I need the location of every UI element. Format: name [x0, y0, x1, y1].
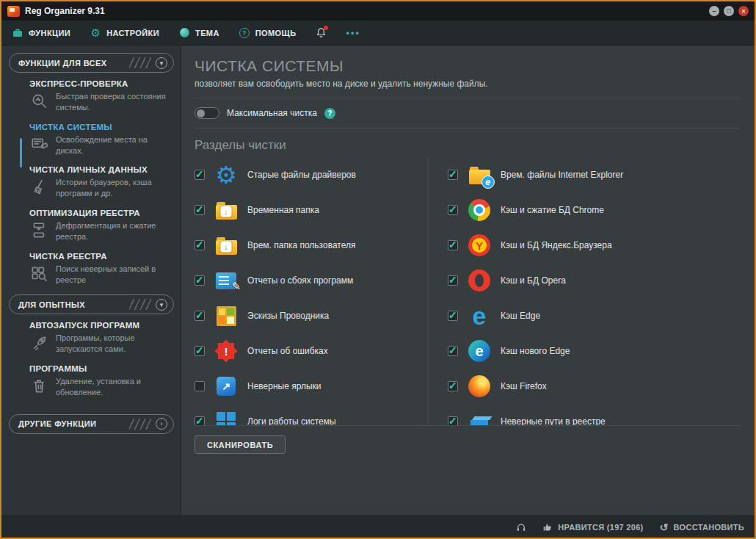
checkbox[interactable]	[448, 205, 458, 215]
cleanup-item-label: Врем. файлы Internet Explorer	[501, 170, 623, 180]
cleanup-column-left: ⚙ Старые файлы драйверов ↓ Временная пап…	[195, 157, 428, 425]
group-for-advanced[interactable]: ДЛЯ ОПЫТНЫХ ▾	[9, 294, 174, 314]
maximize-button[interactable]	[724, 6, 734, 16]
menu-theme[interactable]: ТЕМА	[178, 27, 219, 39]
chevron-down-icon: ▾	[156, 299, 167, 311]
cleanup-item-crash-reports[interactable]: ✎ Отчеты о сбоях программ	[195, 263, 428, 298]
chevron-down-icon: ▾	[156, 57, 167, 69]
main-content: ЧИСТКА СИСТЕМЫ позволяет вам освободить …	[181, 46, 755, 516]
trash-icon	[29, 376, 50, 397]
cleanup-item-edge-cache[interactable]: e Кэш Edge	[448, 298, 741, 333]
cleanup-item-label: Кэш Firefox	[501, 381, 547, 391]
cleanup-item-label: Врем. папка пользователя	[247, 240, 355, 250]
sidebar-item-body: Программы, которые запускаются сами.	[29, 333, 174, 355]
theme-icon	[178, 27, 190, 39]
sidebar-item-body: Освобождение места на дисках.	[29, 134, 174, 156]
like-button[interactable]: НРАВИТСЯ (197 206)	[542, 522, 643, 532]
disk-cleanup-icon	[29, 134, 50, 155]
checkbox[interactable]	[448, 311, 458, 321]
yandex-browser-icon: Y	[465, 231, 493, 259]
temp-folder-icon: ↓	[212, 196, 240, 224]
menu-help[interactable]: ? ПОМОЩЬ	[239, 27, 297, 39]
restore-button[interactable]: ↺ ВОССТАНОВИТЬ	[660, 522, 744, 532]
cleanup-item-temp-folder[interactable]: ↓ Временная папка	[195, 192, 428, 228]
magnifier-icon	[29, 91, 50, 112]
sidebar-item-system-cleanup[interactable]: ЧИСТКА СИСТЕМЫ Освобождение места на дис…	[9, 123, 174, 156]
other-functions-button[interactable]: ДРУГИЕ ФУНКЦИИ ›	[9, 414, 174, 434]
checkbox[interactable]	[195, 240, 205, 250]
checkbox[interactable]	[195, 346, 205, 356]
sidebar-item-autorun[interactable]: АВТОЗАПУСК ПРОГРАММ Программы, которые з…	[9, 321, 174, 355]
max-clean-row: Максимальная чистка ?	[195, 98, 741, 128]
sidebar-item-title: ОПТИМИЗАЦИЯ РЕЕСТРА	[29, 209, 174, 217]
sidebar-item-desc: Освобождение места на дисках.	[56, 134, 166, 156]
checkbox[interactable]	[195, 381, 205, 391]
sidebar-item-title: ПРОГРАММЫ	[29, 364, 174, 373]
minimize-button[interactable]	[709, 6, 719, 16]
max-clean-label: Максимальная чистка	[227, 108, 317, 118]
restore-icon: ↺	[660, 522, 669, 532]
cleanup-item-explorer-thumbnails[interactable]: Эскизы Проводника	[195, 298, 428, 333]
sidebar-item-title: ЧИСТКА РЕЕСТРА	[29, 252, 174, 261]
question-help-icon[interactable]: ?	[324, 108, 335, 119]
sidebar-item-title: ЧИСТКА ЛИЧНЫХ ДАННЫХ	[29, 165, 174, 174]
checkbox[interactable]	[195, 311, 205, 321]
checkbox[interactable]	[448, 416, 458, 426]
checkbox[interactable]	[448, 240, 458, 250]
cleanup-item-new-edge-cache[interactable]: e Кэш нового Edge	[448, 333, 741, 369]
briefcase-icon	[12, 27, 23, 39]
sidebar-item-express-check[interactable]: ЭКСПРЕСС-ПРОВЕРКА Быстрая проверка состо…	[9, 79, 174, 113]
cleanup-item-invalid-registry-paths[interactable]: Неверные пути в реестре	[448, 404, 741, 426]
checkbox[interactable]	[448, 170, 458, 180]
cleanup-item-ie-temp-files[interactable]: e Врем. файлы Internet Explorer	[448, 157, 741, 192]
cleanup-item-invalid-shortcuts[interactable]: ↗ Неверные ярлыки	[195, 369, 428, 404]
sidebar-item-programs[interactable]: ПРОГРАММЫ Удаление, установка и обновлен…	[9, 364, 174, 398]
group-label: ФУНКЦИИ ДЛЯ ВСЕХ	[18, 59, 129, 68]
cleanup-item-label: Кэш и сжатие БД Chrome	[501, 205, 604, 215]
sidebar-item-registry-cleanup[interactable]: ЧИСТКА РЕЕСТРА Поиск неверных записей в …	[9, 252, 174, 286]
help-icon: ?	[239, 27, 250, 39]
checkbox[interactable]	[448, 346, 458, 356]
sidebar-item-private-data-cleanup[interactable]: ЧИСТКА ЛИЧНЫХ ДАННЫХ Истории браузеров, …	[9, 165, 174, 199]
checkbox[interactable]	[195, 205, 205, 215]
menu-settings-label: НАСТРОЙКИ	[106, 29, 159, 37]
cleanup-item-yandex-cache[interactable]: Y Кэш и БД Яндекс.Браузера	[448, 228, 741, 263]
window-title: Reg Organizer 9.31	[25, 6, 105, 16]
sidebar-item-body: Истории браузеров, кэша программ и др.	[29, 177, 174, 199]
sidebar-item-desc: Поиск неверных записей в реестре	[56, 264, 166, 286]
cleanup-item-opera-cache[interactable]: Кэш и БД Opera	[448, 263, 741, 298]
crash-reports-icon: ✎	[212, 267, 240, 294]
checkbox[interactable]	[195, 170, 205, 180]
checkbox[interactable]	[195, 275, 205, 286]
page-title: ЧИСТКА СИСТЕМЫ	[195, 57, 741, 75]
max-clean-toggle[interactable]	[195, 107, 219, 119]
cleanup-item-chrome-cache[interactable]: Кэш и сжатие БД Chrome	[448, 192, 741, 228]
checkbox[interactable]	[195, 416, 205, 426]
cleanup-item-system-logs[interactable]: Логи работы системы	[195, 404, 428, 426]
support-headphones-button[interactable]	[516, 522, 526, 532]
close-button[interactable]	[738, 6, 749, 16]
cleanup-item-label: Отчеты об ошибках	[247, 346, 328, 356]
chrome-icon	[465, 196, 493, 224]
sidebar-item-registry-optimization[interactable]: ОПТИМИЗАЦИЯ РЕЕСТРА Дефрагментация и сжа…	[9, 209, 174, 242]
cleanup-item-firefox-cache[interactable]: Кэш Firefox	[448, 369, 741, 404]
sidebar-item-body: Поиск неверных записей в реестре	[29, 264, 174, 286]
group-functions-for-all[interactable]: ФУНКЦИИ ДЛЯ ВСЕХ ▾	[9, 53, 174, 73]
menu-more[interactable]: •••	[346, 27, 360, 38]
stripes-decoration	[129, 299, 151, 310]
sidebar-item-body: Удаление, установка и обновление.	[29, 376, 174, 398]
scan-button[interactable]: СКАНИРОВАТЬ	[195, 435, 286, 454]
checkbox[interactable]	[448, 381, 458, 391]
cleanup-item-error-reports[interactable]: ! Отчеты об ошибках	[195, 333, 428, 369]
menu-functions[interactable]: ФУНКЦИИ	[12, 27, 70, 39]
page-subtitle: позволяет вам освободить место на диске …	[195, 79, 741, 89]
checkbox[interactable]	[448, 275, 458, 286]
cleanup-item-old-drivers[interactable]: ⚙ Старые файлы драйверов	[195, 157, 428, 192]
registry-search-icon	[29, 264, 50, 284]
title-left: Reg Organizer 9.31	[7, 6, 105, 17]
cleanup-item-user-temp-folder[interactable]: ↓ Врем. папка пользователя	[195, 228, 428, 263]
sidebar-item-title: ЧИСТКА СИСТЕМЫ	[29, 123, 174, 131]
menu-settings[interactable]: ⚙ НАСТРОЙКИ	[90, 27, 159, 39]
notifications-bell[interactable]	[315, 27, 327, 39]
error-burst-icon: !	[212, 337, 240, 365]
